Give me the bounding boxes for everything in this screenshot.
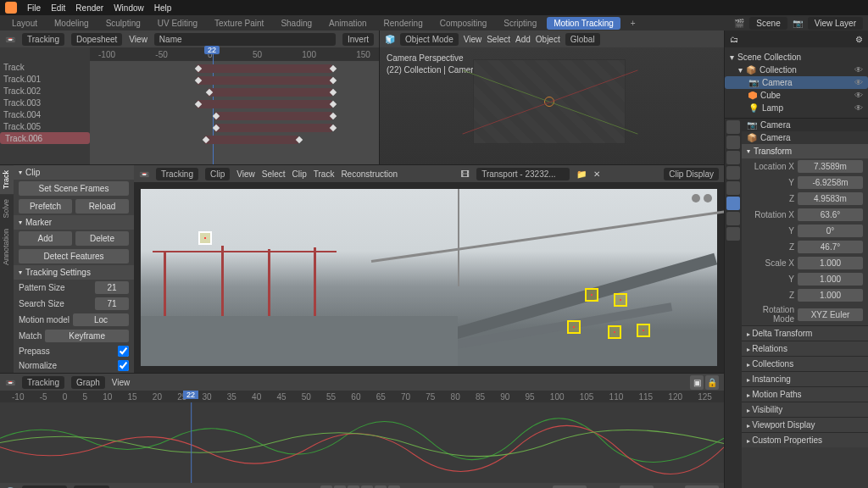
ws-tab-animation[interactable]: Animation bbox=[322, 17, 373, 30]
remove-clip-icon[interactable]: ✕ bbox=[593, 169, 600, 179]
end-frame-field[interactable]: 150 bbox=[685, 485, 719, 489]
vp-menu-view[interactable]: View bbox=[464, 35, 482, 44]
prop-tab-render[interactable] bbox=[726, 120, 740, 134]
loc-x-field[interactable]: 7.3589m bbox=[798, 160, 863, 173]
ws-tab-scripting[interactable]: Scripting bbox=[497, 17, 543, 30]
clip-subview-select[interactable]: Clip bbox=[205, 168, 230, 180]
panel-viewport-display[interactable]: Viewport Display bbox=[742, 417, 868, 432]
menu-window[interactable]: Window bbox=[114, 3, 144, 13]
prop-tab-data[interactable] bbox=[726, 227, 740, 241]
scene-selector[interactable]: Scene bbox=[749, 17, 787, 30]
loc-z-field[interactable]: 4.9583m bbox=[798, 192, 863, 205]
ws-tab-add[interactable]: + bbox=[624, 17, 643, 30]
keying-popover[interactable]: Keying bbox=[74, 485, 110, 489]
vp-menu-select[interactable]: Select bbox=[487, 35, 510, 44]
graph-menu-view[interactable]: View bbox=[112, 378, 131, 387]
scale-y-field[interactable]: 1.000 bbox=[798, 273, 863, 286]
menu-help[interactable]: Help bbox=[154, 3, 172, 13]
detect-features-button[interactable]: Detect Features bbox=[19, 249, 129, 263]
ws-tab-rendering[interactable]: Rendering bbox=[377, 17, 430, 30]
start-frame-field[interactable]: 1 bbox=[620, 485, 654, 489]
channel-track-001[interactable]: Track.001 bbox=[0, 73, 90, 85]
vp-menu-add[interactable]: Add bbox=[515, 35, 531, 44]
ws-tab-compositing[interactable]: Compositing bbox=[433, 17, 494, 30]
outliner-lamp[interactable]: 💡Lamp👁 bbox=[725, 102, 868, 114]
viewlayer-selector[interactable]: View Layer bbox=[808, 17, 863, 30]
clip-editor-icon[interactable]: 📼 bbox=[5, 35, 15, 44]
prop-tab-scene[interactable] bbox=[726, 166, 740, 180]
menu-edit[interactable]: Edit bbox=[51, 3, 65, 13]
rot-x-field[interactable]: 63.6° bbox=[798, 208, 863, 221]
menu-render[interactable]: Render bbox=[75, 3, 103, 13]
filter-icon[interactable]: ⚙ bbox=[855, 35, 863, 44]
graph-canvas[interactable] bbox=[0, 402, 724, 483]
vp-menu-object[interactable]: Object bbox=[536, 35, 560, 44]
ws-tab-sculpting[interactable]: Sculpting bbox=[99, 17, 147, 30]
panel-delta-transform[interactable]: Delta Transform bbox=[742, 325, 868, 341]
ws-tab-layout[interactable]: Layout bbox=[5, 17, 44, 30]
clip-filename-field[interactable]: Transport - 23232... bbox=[476, 168, 570, 180]
dopesheet-mode-select[interactable]: Tracking bbox=[22, 33, 64, 46]
track-marker[interactable] bbox=[567, 320, 581, 334]
visibility-toggle-icon[interactable]: 👁 bbox=[854, 78, 863, 87]
set-scene-frames-button[interactable]: Set Scene Frames bbox=[19, 181, 129, 196]
graph-subview-select[interactable]: Graph bbox=[71, 376, 105, 389]
outliner-camera[interactable]: 📷Camera👁 bbox=[725, 76, 868, 89]
rot-z-field[interactable]: 46.7° bbox=[798, 241, 863, 253]
editor-type-icon[interactable]: 🧊 bbox=[385, 35, 395, 44]
ws-tab-modeling[interactable]: Modeling bbox=[47, 17, 96, 30]
open-clip-icon[interactable]: 📁 bbox=[576, 169, 587, 179]
channel-track-006[interactable]: Track.006 bbox=[0, 132, 90, 144]
clip-menu-track[interactable]: Track bbox=[314, 169, 335, 179]
ws-tab-shading[interactable]: Shading bbox=[274, 17, 319, 30]
track-marker[interactable] bbox=[608, 325, 621, 339]
scale-x-field[interactable]: 1.000 bbox=[798, 257, 863, 269]
mode-select[interactable]: Object Mode bbox=[400, 33, 459, 46]
clip-menu-reconstruction[interactable]: Reconstruction bbox=[341, 169, 398, 179]
scale-z-field[interactable]: 1.000 bbox=[798, 289, 863, 302]
outliner-scene-collection[interactable]: ▾Scene Collection bbox=[725, 51, 868, 64]
side-tab-track[interactable]: Track bbox=[0, 165, 14, 194]
ws-tab-motiontracking[interactable]: Motion Tracking bbox=[547, 17, 620, 30]
track-marker[interactable] bbox=[637, 324, 650, 337]
outliner-cube[interactable]: Cube👁 bbox=[725, 89, 868, 102]
channel-track-004[interactable]: Track.004 bbox=[0, 108, 90, 120]
panel-tracking-settings[interactable]: Tracking Settings bbox=[14, 265, 134, 280]
search-size-field[interactable]: 71 bbox=[95, 297, 129, 310]
dopesheet-subview-select[interactable]: Dopesheet bbox=[71, 33, 122, 46]
clip-editor-icon[interactable]: 📼 bbox=[139, 169, 149, 179]
dopesheet-invert-toggle[interactable]: Invert bbox=[342, 33, 374, 46]
channel-track-005[interactable]: Track.005 bbox=[0, 120, 90, 132]
clip-canvas[interactable] bbox=[134, 182, 724, 373]
rot-y-field[interactable]: 0° bbox=[798, 225, 863, 237]
panel-custom-properties[interactable]: Custom Properties bbox=[742, 432, 868, 447]
channel-track[interactable]: Track bbox=[0, 61, 90, 73]
ws-tab-uvediting[interactable]: UV Editing bbox=[151, 17, 204, 30]
clip-menu-select[interactable]: Select bbox=[262, 169, 286, 179]
prepass-checkbox[interactable] bbox=[118, 346, 129, 357]
prop-tab-viewlayer[interactable] bbox=[726, 151, 740, 164]
panel-clip[interactable]: Clip bbox=[14, 165, 134, 180]
clip-menu-view[interactable]: View bbox=[236, 169, 255, 179]
lock-view-icon[interactable] bbox=[692, 194, 700, 202]
dopesheet-menu-view[interactable]: View bbox=[129, 35, 147, 44]
panel-relations[interactable]: Relations bbox=[742, 341, 868, 356]
side-tab-annotation[interactable]: Annotation bbox=[0, 224, 14, 270]
visibility-toggle-icon[interactable]: 👁 bbox=[854, 103, 863, 113]
clip-menu-clip[interactable]: Clip bbox=[292, 169, 307, 179]
add-marker-button[interactable]: Add bbox=[19, 231, 72, 246]
track-marker[interactable] bbox=[585, 288, 598, 302]
prop-tab-world[interactable] bbox=[726, 181, 740, 195]
match-select[interactable]: Keyframe bbox=[45, 330, 129, 342]
prop-tab-output[interactable] bbox=[726, 136, 740, 149]
panel-marker[interactable]: Marker bbox=[14, 215, 134, 230]
prop-tab-object[interactable] bbox=[726, 197, 740, 210]
current-frame-field[interactable]: 22 bbox=[553, 485, 587, 489]
reload-button[interactable]: Reload bbox=[75, 199, 129, 214]
menu-file[interactable]: File bbox=[27, 3, 41, 13]
track-marker[interactable] bbox=[198, 231, 212, 245]
orientation-select[interactable]: Global bbox=[565, 33, 600, 46]
track-marker[interactable] bbox=[614, 293, 627, 307]
playback-popover[interactable]: Playback bbox=[22, 485, 67, 489]
clip-display-popover[interactable]: Clip Display bbox=[664, 168, 719, 180]
